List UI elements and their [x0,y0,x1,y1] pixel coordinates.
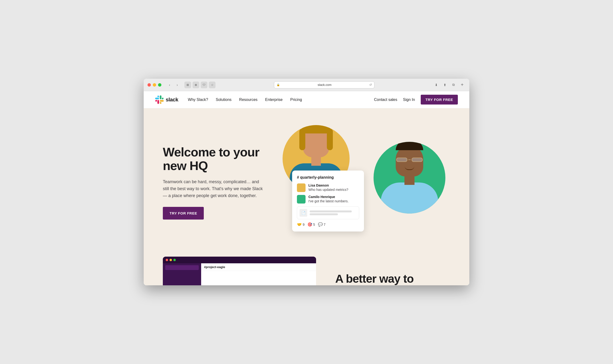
file-icon: 📄 [300,209,307,217]
reaction-count-3: 7 [324,223,326,226]
back-button[interactable]: ‹ [166,82,173,88]
reaction-3[interactable]: 💬 7 [318,222,326,227]
titlebar: ‹ › ⊞ ⊕ 🛡 ☆ 🔒 slack.com ↺ ⬇ ⬆ ⧉ + [144,79,469,91]
try-free-nav-button[interactable]: TRY FOR FREE [421,95,458,104]
preview-min-dot [169,259,172,261]
nav-pricing[interactable]: Pricing [290,98,302,102]
shield-icon[interactable]: 🛡 [201,81,207,88]
reload-button[interactable]: ↺ [369,83,372,87]
reaction-2[interactable]: 🎯 5 [307,222,315,227]
mac-window: ‹ › ⊞ ⊕ 🛡 ☆ 🔒 slack.com ↺ ⬇ ⬆ ⧉ + [144,79,469,285]
app-preview-bar [163,257,316,263]
nav-resources[interactable]: Resources [239,98,257,102]
nav-right: Contact sales Sign In TRY FOR FREE [374,95,458,104]
reaction-emoji-1: 🤝 [297,222,302,227]
close-button[interactable] [148,83,151,87]
chat-content-camilo: Camilo Henrique I've got the latest numb… [308,195,349,203]
hero-left: Welcome to your new HQ Teamwork can be h… [163,145,263,220]
avatar-camilo [297,195,306,204]
minimize-button[interactable] [153,83,156,87]
reaction-count-2: 5 [313,223,315,226]
slack-logo-icon [155,95,164,104]
username-camilo: Camilo Henrique [308,195,349,199]
sidebar-toggle-icon[interactable]: ⊞ [184,81,191,88]
hero-right: # quarterly-planning Lisa Dawson Who has… [263,123,450,242]
man-circle [374,142,446,214]
maximize-button[interactable] [158,83,161,87]
avatar-lisa [297,183,306,192]
nav-enterprise[interactable]: Enterprise [265,98,282,102]
reaction-1[interactable]: 🤝 9 [297,222,305,227]
reaction-emoji-2: 🎯 [307,222,312,227]
chat-reactions: 🤝 9 🎯 5 💬 7 [297,222,359,227]
nav-links: Why Slack? Solutions Resources Enterpris… [188,98,374,102]
traffic-lights [148,83,161,87]
chat-card: # quarterly-planning Lisa Dawson Who has… [292,170,364,232]
address-bar[interactable]: 🔒 slack.com ↺ [274,81,375,89]
nav-solutions[interactable]: Solutions [216,98,232,102]
tab-manage-icon[interactable]: ⧉ [450,81,457,88]
preview-max-dot [173,259,176,261]
top-nav: slack Why Slack? Solutions Resources Ent… [144,91,469,108]
preview-channel-name: #project-eagle [201,263,316,271]
channel-name: # quarterly-planning [297,175,359,180]
chat-message-2: Camilo Henrique I've got the latest numb… [297,195,359,204]
hero-section: Welcome to your new HQ Teamwork can be h… [144,108,469,257]
chat-message-1: Lisa Dawson Who has updated metrics? [297,183,359,192]
preview-close-dot [166,259,168,261]
right-toolbar: ⬇ ⬆ ⧉ + [433,81,465,88]
file-lines [310,210,357,215]
toolbar-icons: ⊞ ⊕ 🛡 ☆ [184,81,216,88]
bottom-heading: A better way to [335,273,414,285]
nav-why-slack[interactable]: Why Slack? [188,98,208,102]
username-lisa: Lisa Dawson [308,183,348,187]
file-line-2 [310,213,338,215]
app-preview-window: #project-eagle [163,257,316,285]
hero-title: Welcome to your new HQ [163,145,263,173]
lock-icon: 🔒 [277,83,280,86]
reaction-emoji-3: 💬 [318,222,323,227]
download-icon[interactable]: ⬇ [433,81,440,88]
url-text: slack.com [281,83,368,87]
logo-label: slack [166,97,178,103]
app-main-preview: #project-eagle [201,263,316,285]
address-bar-container: 🔒 slack.com ↺ [221,81,427,89]
hero-subtitle: Teamwork can be hard, messy, complicated… [163,178,263,199]
bottom-text-section: A better way to [335,273,450,285]
website-content: slack Why Slack? Solutions Resources Ent… [144,91,469,285]
bookmark-icon[interactable]: ☆ [209,81,216,88]
sidebar-search-bar [165,265,199,270]
chat-content-lisa: Lisa Dawson Who has updated metrics? [308,183,348,192]
extensions-icon[interactable]: ⊕ [193,81,199,88]
chat-file-attachment: 📄 [297,206,359,219]
share-icon[interactable]: ⬆ [442,81,448,88]
new-tab-button[interactable]: + [459,81,465,88]
forward-button[interactable]: › [174,82,181,88]
nav-buttons: ‹ › [166,82,181,88]
reaction-count-1: 9 [303,223,305,226]
file-line-1 [310,210,352,212]
message-lisa: Who has updated metrics? [308,188,348,192]
contact-sales-link[interactable]: Contact sales [374,98,397,102]
hero-cta-button[interactable]: TRY FOR FREE [163,207,204,220]
app-sidebar-preview [163,263,201,285]
bottom-preview: #project-eagle A better way to [144,257,469,285]
logo[interactable]: slack [155,95,178,104]
sign-in-link[interactable]: Sign In [403,98,415,102]
message-camilo: I've got the latest numbers. [308,199,349,203]
